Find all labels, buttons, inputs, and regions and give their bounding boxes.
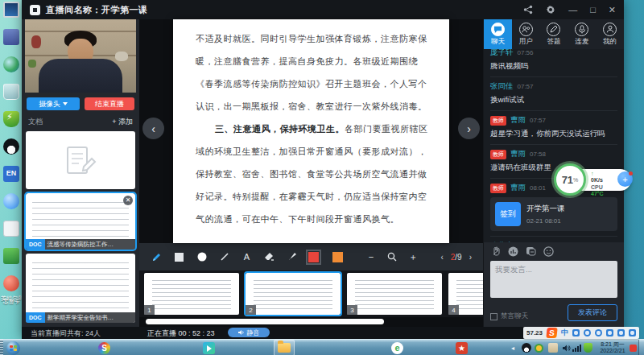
- page-thumbnail-1[interactable]: 1: [144, 273, 239, 315]
- pencil-tool-icon[interactable]: [151, 251, 163, 263]
- taskbar-e-browser[interactable]: e: [391, 340, 403, 355]
- mute-button[interactable]: 静音: [228, 328, 270, 337]
- color-swatch-red-selected[interactable]: [308, 252, 319, 262]
- qq-desktop-icon[interactable]: [3, 138, 19, 155]
- handwriting-pen-icon[interactable]: [572, 329, 580, 336]
- en-language-badge[interactable]: EN: [3, 166, 19, 182]
- cpu-usage-circle[interactable]: 71%: [554, 163, 586, 196]
- tray-show-hidden-icons[interactable]: ◂: [509, 340, 517, 355]
- internet-globe-icon[interactable]: [3, 56, 19, 72]
- 360-security-icon[interactable]: [3, 111, 19, 127]
- chat-bubble-icon: [491, 23, 505, 36]
- doc-line: 保持教室、宿舍、图书馆、食堂等公共场所空气流通并做: [196, 163, 427, 185]
- tray-notification-badge[interactable]: [630, 340, 637, 355]
- page-next-icon[interactable]: ›: [469, 253, 472, 262]
- circle-tool-icon[interactable]: [196, 251, 208, 263]
- taskbar-clock[interactable]: 8:21 周一 2022/2/21: [596, 340, 630, 355]
- document-card[interactable]: DOC 新学期开学安全告知书…: [26, 254, 135, 323]
- tab-mine[interactable]: 我的: [596, 19, 624, 49]
- close-button[interactable]: ✕: [609, 6, 616, 14]
- green-app-icon[interactable]: [3, 248, 19, 264]
- toolbox-icon[interactable]: [629, 329, 636, 336]
- document-card-selected[interactable]: ✕ DOC 流感等传染病防控工作…: [26, 193, 135, 250]
- tray-volume-icon[interactable]: [562, 340, 571, 355]
- next-page-arrow[interactable]: ›: [458, 118, 480, 139]
- post-comment-button[interactable]: 发表评论: [568, 304, 617, 321]
- show-desktop-button[interactable]: [638, 340, 644, 355]
- end-broadcast-button[interactable]: 结束直播: [85, 97, 134, 110]
- sender-name: 曹雨: [510, 183, 526, 193]
- zoom-in-icon[interactable]: ＋: [407, 251, 419, 263]
- page-thumbnail-4[interactable]: 4: [448, 273, 483, 315]
- signin-button[interactable]: 签到: [495, 202, 521, 226]
- taskbar-chaoxing[interactable]: ★: [456, 340, 468, 355]
- windows-logo-icon: [6, 341, 20, 355]
- thumbnail-scrollbar-thumb[interactable]: [146, 319, 384, 324]
- chinese-mode-indicator[interactable]: 中: [561, 328, 568, 338]
- clock-date: 2022/2/21: [600, 348, 625, 354]
- recycle-bin-icon[interactable]: [3, 84, 19, 100]
- line-tool-icon[interactable]: [218, 251, 230, 263]
- tab-chat[interactable]: 聊天: [484, 19, 512, 49]
- shelf-item: [28, 60, 36, 68]
- raise-hand-icon[interactable]: [491, 246, 501, 256]
- chat-message-list[interactable]: 庞子轩 07:56 腾讯视频吗 张同佳 07:57 换wifi试试: [484, 49, 624, 242]
- chat-message-input[interactable]: [490, 261, 617, 298]
- tray-app-icon[interactable]: [548, 340, 558, 355]
- answer-sheet-icon[interactable]: [526, 246, 536, 256]
- eraser-tool-icon[interactable]: [263, 251, 275, 263]
- taskbar-video-app[interactable]: [203, 340, 215, 355]
- emoji-picker-icon[interactable]: [584, 329, 591, 336]
- poll-chart-icon[interactable]: [508, 246, 518, 257]
- tray-security-shield-icon[interactable]: [584, 340, 592, 355]
- red-app-icon[interactable]: [3, 275, 19, 291]
- magnifier-icon[interactable]: [386, 251, 398, 263]
- tim-desktop-icon[interactable]: [3, 193, 19, 209]
- emoji-smiley-icon[interactable]: [543, 246, 554, 257]
- maximize-button[interactable]: □: [590, 6, 596, 14]
- tab-users[interactable]: 用户: [512, 19, 540, 49]
- mute-chat-checkbox[interactable]: 禁言聊天: [490, 312, 528, 321]
- rectangle-tool-icon[interactable]: [173, 251, 185, 263]
- pencil-quiz-icon: [547, 23, 560, 36]
- tray-network-icon[interactable]: [572, 340, 581, 355]
- boost-ball-icon[interactable]: +: [617, 171, 633, 187]
- document-desktop-icon[interactable]: [3, 221, 19, 237]
- start-button[interactable]: [2, 340, 23, 355]
- doc-line: 暖，注意膳食营养，提高自身免疫力。各班级近期围绕: [196, 50, 427, 72]
- color-swatch-orange[interactable]: [332, 252, 343, 262]
- text-tool-icon[interactable]: A: [241, 251, 253, 263]
- computer-icon[interactable]: [3, 2, 19, 18]
- left-panel: 摄像头 结束直播 文档 + 添加: [22, 19, 139, 327]
- tray-qq-icon[interactable]: [522, 340, 531, 355]
- person-icon: [603, 23, 617, 36]
- thumbnail-scrollbar-track: [139, 317, 483, 327]
- sogou-logo-icon[interactable]: S: [546, 328, 557, 338]
- page-thumbnail-3[interactable]: 3: [347, 273, 442, 315]
- tray-coin-icon[interactable]: [535, 340, 543, 355]
- archive-app-icon[interactable]: [3, 29, 19, 45]
- thumbnail-number: 3: [347, 305, 357, 315]
- minimize-button[interactable]: —: [568, 6, 577, 14]
- add-document-button[interactable]: + 添加: [112, 117, 133, 127]
- previous-page-arrow[interactable]: ‹: [142, 118, 164, 139]
- whiteboard-card[interactable]: [26, 131, 135, 189]
- page-prev-icon[interactable]: ‹: [440, 253, 443, 262]
- taskbar-explorer-active[interactable]: [274, 340, 295, 355]
- tab-mic-connect[interactable]: 连麦: [568, 19, 596, 49]
- skin-shirt-icon[interactable]: [617, 329, 625, 336]
- taskbar-sogou-browser[interactable]: S: [98, 340, 110, 355]
- page-thumbnail-2-selected[interactable]: 2: [246, 273, 341, 315]
- voice-input-icon[interactable]: [595, 329, 602, 336]
- brush-tool-icon[interactable]: [286, 251, 298, 263]
- sender-name: 曹雨: [510, 115, 526, 126]
- share-icon[interactable]: [523, 5, 533, 14]
- network-speed: 0K/s: [591, 177, 603, 183]
- tab-quiz[interactable]: 答题: [540, 19, 568, 49]
- remove-document-icon[interactable]: ✕: [123, 196, 133, 205]
- zoom-out-icon[interactable]: −: [365, 251, 377, 263]
- camera-dropdown-button[interactable]: 摄像头: [27, 97, 80, 110]
- sogou-input-bar[interactable]: 57.23 S 中: [523, 327, 639, 339]
- soft-keyboard-icon[interactable]: [606, 329, 613, 336]
- settings-gear-icon[interactable]: [546, 5, 555, 14]
